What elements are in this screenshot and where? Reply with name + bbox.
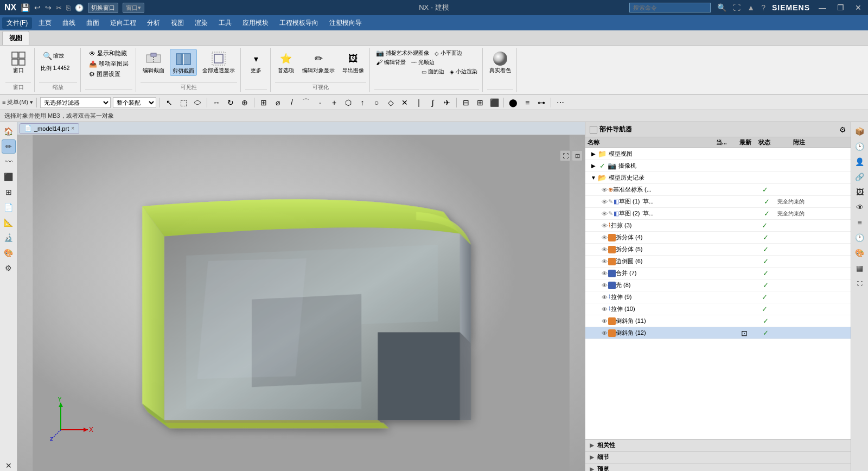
show-hide-btn[interactable]: 👁 显示和隐藏 [87,49,129,58]
cross-btn[interactable]: ✕ [399,97,411,109]
panel-checkbox[interactable] [590,126,597,133]
zoom2-btn[interactable]: ⊕ [239,97,251,109]
tree-row-fillet6[interactable]: 👁 边倒圆 (6) ✓ [585,256,851,268]
minimize-button[interactable]: — [816,3,828,12]
menu-analysis[interactable]: 分析 [143,17,164,29]
zoom-btn[interactable]: 🔍 缩放 [39,49,77,63]
line2-btn[interactable]: | [413,97,425,109]
filter-select[interactable]: 无选择过滤器 [40,97,111,108]
line-btn[interactable]: / [286,97,298,109]
rs-btn-10[interactable]: ▦ [853,261,867,275]
restore-button[interactable]: ❐ [835,3,846,12]
switch-window-btn[interactable]: 切换窗口 [88,3,118,13]
rs-btn-3[interactable]: 👤 [853,155,867,169]
more-btn[interactable]: ▾ 更多 [245,49,267,75]
smooth-edge-btn[interactable]: 〰 光顺边 [410,58,436,67]
history-icon[interactable]: 🕑 [75,4,84,12]
menu-modules[interactable]: 应用模块 [238,17,273,29]
menu-eng-guide[interactable]: 工程模板导向 [275,17,323,29]
help-icon[interactable]: ? [761,3,765,12]
extra-btn1[interactable]: ⋯ [554,97,566,109]
face-edge-btn[interactable]: ▭ 面的边 [420,67,446,76]
left-btn-cam[interactable]: ⚙ [2,261,16,275]
rs-btn-9[interactable]: 🎨 [853,246,867,260]
left-btn-analysis[interactable]: 🔬 [2,231,16,245]
expand-model-views[interactable]: ▶ [590,151,597,157]
menu-reverse[interactable]: 逆向工程 [106,17,141,29]
fly-btn[interactable]: ✈ [441,97,453,109]
up-btn[interactable]: ↑ [356,97,368,109]
capture-art-btn[interactable]: 📷 捕捉艺术外观图像 [374,49,431,58]
tab-view[interactable]: 视图 [2,31,29,45]
tree-row-sweep[interactable]: 👁 ⌇ 扫掠 (3) ✓ [585,220,851,232]
rs-btn-4[interactable]: 🔗 [853,170,867,184]
rs-btn-expand[interactable]: ⛶ [853,276,867,290]
rotate-btn[interactable]: ↻ [225,97,237,109]
tree-row-split4[interactable]: 👁 拆分体 (4) ✓ [585,232,851,244]
clip-section-btn[interactable]: 剪切截面 [170,49,197,76]
edit-section-btn[interactable]: 编辑截面 [141,49,167,75]
window-btn[interactable]: 窗口 [8,49,29,75]
export-image-btn[interactable]: 🖼 导出图像 [340,49,366,75]
left-btn-close[interactable]: ✕ [2,459,16,471]
plus-btn[interactable]: + [328,97,340,109]
prefs-btn[interactable]: ⭐ 首选项 [275,49,297,75]
left-btn-measure[interactable]: 📐 [2,215,16,230]
search-input[interactable] [629,3,711,12]
arc-btn[interactable]: ⌒ [300,97,312,109]
relations-bar[interactable]: ▶ 相关性 [585,439,851,451]
expand-history[interactable]: ▼ [590,175,597,181]
tree-row-shell8[interactable]: 👁 壳 (8) ✓ [585,279,851,291]
tree-row-chamfer11[interactable]: 👁 倒斜角 (11) ✓ [585,315,851,327]
model-tab[interactable]: 📄 _model14.prt × [20,123,79,133]
tree-row-model-views[interactable]: ▶ 📁 模型视图 [585,148,851,160]
snap-btn[interactable]: ⊞ [258,97,270,109]
tree-row-history[interactable]: ▼ 📂 模型历史记录 [585,172,851,184]
model-tab-close[interactable]: × [71,125,74,131]
box-select-btn[interactable]: ⬚ [177,97,189,109]
tree-row-datum[interactable]: 👁 ⊕ 基准坐标系 (... ✓ [585,184,851,196]
left-btn-draw[interactable]: 📄 [2,200,16,214]
panel-settings-icon[interactable]: ⚙ [839,125,846,134]
details-bar[interactable]: ▶ 细节 [585,451,851,463]
menu-curve[interactable]: 曲线 [58,17,80,29]
assembly-select[interactable]: 整个装配 [113,97,156,108]
search-icon[interactable]: 🔍 [717,3,726,12]
small-render-btn[interactable]: ◈ 小边渲染 [448,67,479,76]
cut-icon[interactable]: ✂ [56,4,62,12]
circle-btn[interactable]: ○ [371,97,382,109]
rs-btn-7[interactable]: ≡ [853,215,867,230]
menu-injection[interactable]: 注塑模向导 [325,17,366,29]
expand-icon[interactable]: ⛶ [733,3,741,12]
menu-file[interactable]: 文件(F) [2,17,32,29]
left-btn-curve[interactable]: 〰 [2,155,16,169]
grid-btn[interactable]: ⊟ [460,97,472,109]
expand-camera[interactable]: ▶ [590,163,597,169]
tree-row-unite7[interactable]: 👁 合并 (7) ✓ [585,268,851,279]
diamond-btn[interactable]: ◇ [385,97,397,109]
solid-btn[interactable]: ⬛ [488,97,500,109]
left-btn-assembly[interactable]: ⊞ [2,185,16,199]
small-face-btn[interactable]: ◇ 小平面边 [433,49,464,58]
preview-bar[interactable]: ▶ 预览 [585,463,851,471]
rs-btn-6[interactable]: 👁 [853,200,867,214]
arr-btn[interactable]: ⊶ [535,97,547,109]
transparent-btn[interactable]: 全部通透显示 [200,49,237,75]
move-layer-btn[interactable]: 📤 移动至图层 [87,59,130,68]
menu-render[interactable]: 渲染 [190,17,212,29]
point-btn[interactable]: · [314,97,326,109]
layer-settings-btn[interactable]: ⚙ 图层设置 [87,69,122,79]
tree-row-sketch1[interactable]: 👁 ✎ ◧ 草图 (1) '草... ✓ 完全约束的 [585,196,851,208]
left-btn-render[interactable]: 🎨 [2,246,16,260]
expand-viewport-btn[interactable]: ⛶ [560,150,571,161]
edit-display-btn[interactable]: ✏ 编辑对象显示 [300,49,337,75]
frame-btn[interactable]: ⊞ [474,97,486,109]
help-info-icon[interactable]: ▲ [747,3,755,12]
select-btn[interactable]: ↖ [163,97,175,109]
true-color-btn[interactable]: 真实着色 [487,49,513,75]
copy-icon[interactable]: ⎘ [66,4,71,12]
menu-tools[interactable]: 工具 [214,17,236,29]
left-btn-sketch[interactable]: ✏ [2,139,16,154]
menu-surface[interactable]: 曲面 [82,17,104,29]
curve-btn[interactable]: ∫ [427,97,439,109]
